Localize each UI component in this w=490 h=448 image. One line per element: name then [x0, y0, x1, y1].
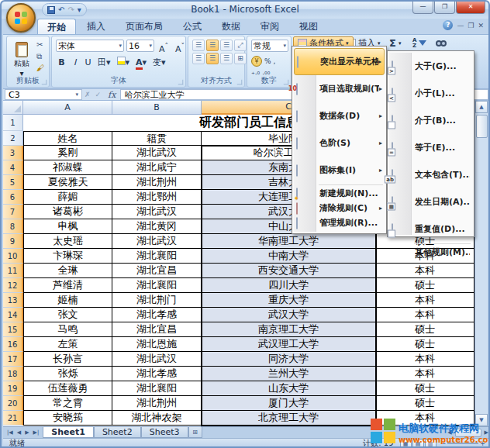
data-cell[interactable]: 湖北襄阳: [112, 249, 202, 264]
row-header-15[interactable]: 15: [3, 322, 23, 337]
font-size-combo[interactable]: 16▾: [126, 40, 154, 52]
data-cell[interactable]: 硕士: [376, 322, 474, 337]
cf-menu-item-7[interactable]: 管理规则(R)...: [294, 215, 385, 230]
book-minimize-icon[interactable]: —: [457, 22, 464, 29]
italic-button[interactable]: I: [69, 56, 81, 68]
font-color-button[interactable]: A▾: [133, 56, 149, 68]
data-cell[interactable]: 硕士: [376, 396, 474, 411]
data-cell[interactable]: 兰州大学: [202, 367, 376, 381]
cf-menu-item-2[interactable]: 数据条(D)▸: [294, 102, 385, 129]
underline-button[interactable]: U: [82, 56, 94, 68]
align-center-button[interactable]: ☰: [206, 53, 219, 64]
data-cell[interactable]: 张烁: [23, 367, 112, 381]
cf-submenu-item-5[interactable]: ▦发生日期(A)...: [389, 188, 472, 215]
phonetic-button[interactable]: 变▾: [150, 56, 168, 68]
data-cell[interactable]: 湖北咸宁: [112, 160, 202, 175]
column-header-A[interactable]: A: [23, 101, 112, 115]
table-header-cell[interactable]: 姓名: [23, 131, 112, 146]
ribbon-tab-0[interactable]: 开始: [37, 19, 76, 34]
shrink-font-button[interactable]: A˅: [173, 40, 187, 52]
data-cell[interactable]: 本科: [376, 293, 474, 308]
cf-menu-item-4[interactable]: 图标集(I)▸: [294, 157, 385, 184]
fill-color-button[interactable]: ▾: [115, 56, 133, 68]
data-cell[interactable]: 申枫: [23, 219, 112, 234]
clipboard-dialog-launcher[interactable]: [42, 80, 47, 84]
ribbon-tab-4[interactable]: 数据: [212, 19, 250, 34]
data-cell[interactable]: 姬楠: [23, 293, 112, 308]
data-cell[interactable]: 厦门大学: [202, 396, 376, 411]
last-sheet-icon[interactable]: ▶|: [32, 429, 41, 436]
data-cell[interactable]: 湖北荆州: [112, 396, 202, 411]
data-cell[interactable]: 太史瑶: [23, 234, 112, 249]
comma-style-icon[interactable]: ,: [274, 56, 276, 67]
data-cell[interactable]: 常之霄: [23, 396, 112, 411]
cf-submenu-item-7[interactable]: 其他规则(M)...: [389, 245, 472, 260]
cf-submenu-item-2[interactable]: 介于(B)...: [389, 107, 472, 134]
row-header-11[interactable]: 11: [3, 264, 23, 278]
book-restore-icon[interactable]: ❐: [468, 22, 474, 29]
row-header-7[interactable]: 7: [3, 205, 23, 219]
row-header-8[interactable]: 8: [3, 219, 23, 234]
font-dialog-launcher[interactable]: [178, 80, 183, 84]
accounting-format-icon[interactable]: ¥: [251, 56, 262, 67]
align-left-button[interactable]: ☰: [192, 53, 205, 64]
align-right-button[interactable]: ☰: [220, 53, 233, 64]
row-header-17[interactable]: 17: [3, 352, 23, 367]
alignment-dialog-launcher[interactable]: [237, 80, 242, 84]
name-box[interactable]: C3 ▾: [5, 89, 82, 100]
row-header-4[interactable]: 4: [3, 160, 23, 175]
autosum-button[interactable]: Σ ▾: [386, 36, 404, 50]
data-cell[interactable]: 薛媚: [23, 190, 112, 205]
grow-font-button[interactable]: A˄: [157, 40, 171, 52]
cf-submenu-item-6[interactable]: 重复值(D)...: [389, 215, 472, 243]
cf-menu-item-3[interactable]: 色阶(S)▸: [294, 129, 385, 157]
data-cell[interactable]: 夏侯雅天: [23, 175, 112, 190]
percent-style-icon[interactable]: %: [264, 56, 271, 67]
sheet-tab-sheet2[interactable]: Sheet2: [94, 427, 141, 438]
book-close-icon[interactable]: ✕: [478, 22, 484, 29]
paste-button[interactable]: 粘贴▾: [10, 40, 33, 75]
borders-button[interactable]: 田▾: [95, 56, 113, 68]
insert-sheet-tab[interactable]: ⊞: [188, 427, 202, 438]
sort-filter-button[interactable]: AZ: [409, 36, 430, 50]
row-header-21[interactable]: 21: [3, 411, 23, 426]
data-cell[interactable]: 全琳: [23, 264, 112, 278]
vertical-scrollbar[interactable]: ▲ ▼: [474, 101, 488, 426]
format-painter-icon[interactable]: 🖌︎: [36, 64, 44, 73]
table-header-cell[interactable]: 籍贯: [112, 131, 202, 146]
align-top-button[interactable]: ☰: [192, 40, 205, 51]
data-cell[interactable]: 本科: [376, 352, 474, 367]
cf-menu-item-5[interactable]: 新建规则(N)...: [294, 186, 385, 201]
data-cell[interactable]: 湖北武汉: [112, 205, 202, 219]
data-cell[interactable]: 奚刚: [23, 146, 112, 160]
sheet-tab-sheet3[interactable]: Sheet3: [141, 427, 188, 438]
vertical-scroll-thumb[interactable]: [476, 115, 488, 138]
data-cell[interactable]: 湖北孝感: [112, 367, 202, 381]
row-header-6[interactable]: 6: [3, 190, 23, 205]
ribbon-tab-2[interactable]: 页面布局: [116, 19, 172, 34]
row-header-13[interactable]: 13: [3, 293, 23, 308]
row-header-5[interactable]: 5: [3, 175, 23, 190]
cf-submenu-item-0[interactable]: >大于(G)...: [389, 53, 472, 80]
data-cell[interactable]: 卞琳琛: [23, 249, 112, 264]
data-cell[interactable]: 重庆大学: [202, 293, 376, 308]
ribbon-tab-3[interactable]: 公式: [174, 19, 211, 34]
row-header-1[interactable]: 1: [3, 115, 23, 131]
help-icon[interactable]: ?: [443, 20, 453, 30]
row-header-9[interactable]: 9: [3, 234, 23, 249]
data-cell[interactable]: 本科: [376, 367, 474, 381]
cf-submenu-item-4[interactable]: ab文本包含(T)...: [389, 161, 472, 188]
data-cell[interactable]: 武汉大学: [202, 308, 376, 322]
data-cell[interactable]: 湖北荆州: [112, 175, 202, 190]
row-header-16[interactable]: 16: [3, 337, 23, 352]
cf-menu-item-1[interactable]: 项目选取规则(T)▸: [294, 75, 385, 102]
font-name-combo[interactable]: 宋体▾: [56, 40, 124, 52]
data-cell[interactable]: 本科: [376, 264, 474, 278]
next-sheet-icon[interactable]: ▶: [23, 429, 30, 436]
prev-sheet-icon[interactable]: ◀: [16, 429, 22, 436]
ribbon-tab-6[interactable]: 视图: [290, 19, 327, 34]
copy-icon[interactable]: ⧉: [36, 52, 44, 61]
data-cell[interactable]: 马鸣: [23, 322, 112, 337]
row-header-12[interactable]: 12: [3, 278, 23, 293]
minimize-button[interactable]: —: [412, 2, 433, 14]
